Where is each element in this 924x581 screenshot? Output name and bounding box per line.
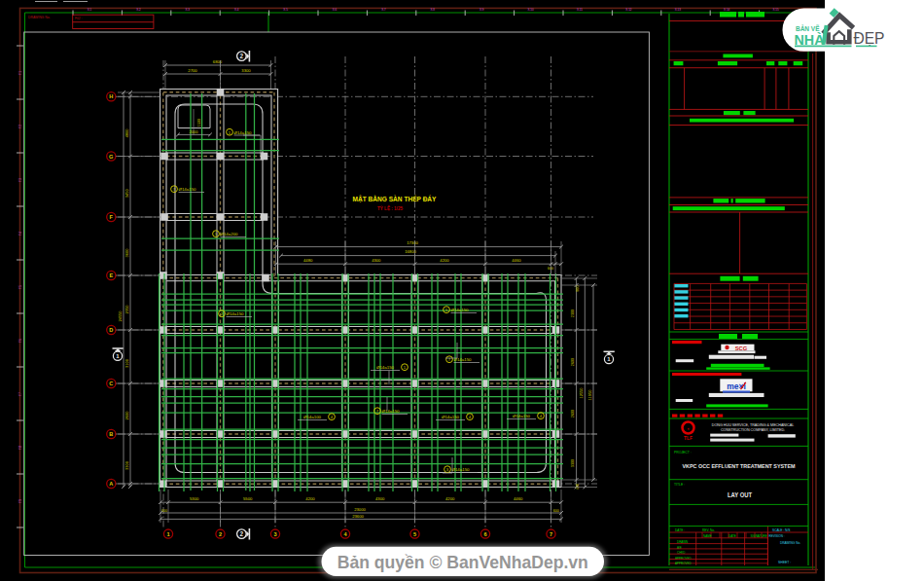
- svg-text:DATE :: DATE :: [675, 528, 685, 532]
- svg-text:3300: 3300: [241, 68, 251, 73]
- svg-text:900: 900: [576, 285, 580, 291]
- svg-text:LAY OUT: LAY OUT: [728, 491, 752, 498]
- svg-text:NAME: NAME: [703, 534, 712, 538]
- svg-text:3600: 3600: [124, 248, 129, 258]
- svg-text:X.1: X.1: [88, 8, 92, 12]
- svg-text:SIGNATURE: SIGNATURE: [751, 534, 767, 538]
- svg-text:Y.1: Y.1: [18, 71, 22, 75]
- svg-text:Ø14a200: Ø14a200: [221, 232, 239, 236]
- svg-text:DRAWING No.: DRAWING No.: [780, 541, 800, 545]
- svg-text:B: B: [109, 431, 113, 437]
- svg-text:DONG HUU SERVICE, TRADING & ME: DONG HUU SERVICE, TRADING & MECHANICAL: [712, 423, 794, 427]
- svg-text:5500: 5500: [243, 496, 253, 501]
- svg-text:Y.9: Y.9: [18, 499, 22, 503]
- svg-text:4200: 4200: [445, 496, 455, 501]
- svg-text:X.15: X.15: [773, 8, 780, 12]
- svg-text:6800: 6800: [213, 59, 223, 64]
- svg-text:17300: 17300: [407, 240, 418, 245]
- svg-text:DRAWING No.: DRAWING No.: [28, 16, 51, 19]
- svg-text:3: 3: [273, 531, 276, 537]
- svg-text:X.9: X.9: [480, 8, 484, 12]
- svg-text:23000: 23000: [354, 507, 366, 512]
- svg-text:X.11: X.11: [577, 8, 583, 12]
- svg-text:600: 600: [161, 509, 167, 513]
- svg-text:Y.2: Y.2: [18, 125, 22, 128]
- svg-text:ĐẸP: ĐẸP: [854, 30, 885, 47]
- svg-text:X.4: X.4: [234, 8, 239, 12]
- svg-text:A: A: [109, 481, 113, 487]
- svg-text:X.12: X.12: [625, 8, 632, 12]
- svg-text:E: E: [109, 272, 113, 278]
- svg-text:4800: 4800: [124, 128, 129, 138]
- svg-text:Y.8: Y.8: [18, 446, 22, 450]
- svg-text:600: 600: [548, 267, 553, 271]
- svg-text:Ø14a150: Ø14a150: [382, 409, 401, 414]
- svg-text:4460: 4460: [514, 496, 523, 501]
- svg-text:F02 :: F02 :: [75, 17, 82, 20]
- svg-text:23600: 23600: [352, 514, 364, 519]
- svg-text:7: 7: [550, 531, 552, 537]
- svg-text:600: 600: [553, 509, 559, 513]
- svg-text:TỶ LỆ : 1/25: TỶ LỆ : 1/25: [377, 204, 403, 211]
- svg-text:CONSTRUCTION COMPANY, LIMITED.: CONSTRUCTION COMPANY, LIMITED.: [721, 428, 785, 432]
- svg-text:2300: 2300: [571, 309, 575, 317]
- svg-text:Bản quyền © BanVeNhaDep.vn: Bản quyền © BanVeNhaDep.vn: [338, 552, 588, 572]
- svg-text:F: F: [110, 214, 114, 220]
- svg-text:Ø14a150: Ø14a150: [452, 467, 471, 472]
- svg-text:Ø14a150: Ø14a150: [451, 308, 470, 312]
- svg-text:2600: 2600: [124, 411, 129, 420]
- svg-text:Y.5: Y.5: [18, 285, 22, 289]
- svg-text:SHEET :: SHEET :: [778, 561, 791, 564]
- svg-text:G: G: [109, 154, 113, 160]
- svg-text:REV. No.: REV. No.: [702, 528, 715, 532]
- svg-text:◖: ◖: [687, 425, 690, 431]
- svg-text:X.6: X.6: [333, 8, 338, 12]
- svg-text:Y.6: Y.6: [18, 339, 22, 343]
- svg-text:Ø14a150: Ø14a150: [513, 414, 531, 418]
- svg-text:X.8: X.8: [431, 8, 436, 12]
- svg-text:X.14: X.14: [724, 8, 730, 12]
- svg-text:2350: 2350: [124, 305, 129, 314]
- svg-text:3450: 3450: [124, 189, 129, 199]
- svg-text:C: C: [109, 381, 113, 386]
- svg-text:3300: 3300: [571, 459, 575, 467]
- svg-text:Ø14a150: Ø14a150: [442, 415, 460, 419]
- svg-text:X.7: X.7: [381, 8, 386, 12]
- svg-text:2: 2: [240, 53, 244, 59]
- svg-text:D: D: [109, 327, 113, 333]
- svg-text:X.2: X.2: [136, 8, 141, 12]
- svg-text:4460: 4460: [512, 258, 521, 263]
- svg-text:12550: 12550: [579, 387, 584, 399]
- svg-text:4200: 4200: [440, 258, 449, 263]
- svg-text:3300: 3300: [124, 460, 129, 470]
- svg-text:2600: 2600: [571, 410, 575, 418]
- svg-text:PROJECT :: PROJECT :: [674, 451, 692, 454]
- svg-text:Y.4: Y.4: [18, 232, 22, 236]
- svg-text:Ø14a150: Ø14a150: [234, 130, 253, 135]
- svg-text:5: 5: [413, 531, 416, 537]
- svg-text:Ø14a150: Ø14a150: [179, 187, 197, 192]
- svg-text:REVISION :: REVISION :: [769, 534, 785, 538]
- svg-text:SCG: SCG: [735, 345, 748, 351]
- svg-text:A/E: A/E: [677, 546, 682, 550]
- svg-text:Ø14a150: Ø14a150: [227, 311, 245, 316]
- svg-text:DATE: DATE: [729, 534, 736, 538]
- svg-text:SCALE : N/S: SCALE : N/S: [772, 528, 790, 532]
- svg-text:X.10: X.10: [528, 8, 535, 12]
- svg-text:600: 600: [576, 484, 580, 490]
- svg-text:TLF: TLF: [684, 436, 693, 441]
- svg-text:1500: 1500: [197, 119, 201, 127]
- svg-text:Y.7: Y.7: [18, 392, 22, 396]
- svg-text:2600: 2600: [571, 358, 575, 366]
- svg-text:5300: 5300: [190, 496, 199, 501]
- svg-text:4480: 4480: [303, 258, 313, 263]
- svg-text:2: 2: [240, 530, 244, 537]
- svg-text:Y.3: Y.3: [18, 178, 22, 182]
- svg-text:H: H: [109, 93, 113, 99]
- svg-text:APPROVED: APPROVED: [675, 562, 693, 565]
- svg-text:2700: 2700: [188, 68, 197, 73]
- svg-text:Ø14a100: Ø14a100: [303, 415, 322, 419]
- svg-text:1: 1: [166, 531, 169, 537]
- svg-text:APPROVED: APPROVED: [675, 557, 693, 561]
- svg-text:MẬT BẰNG SÀN THÉP ĐÁY: MẬT BẰNG SÀN THÉP ĐÁY: [353, 195, 438, 203]
